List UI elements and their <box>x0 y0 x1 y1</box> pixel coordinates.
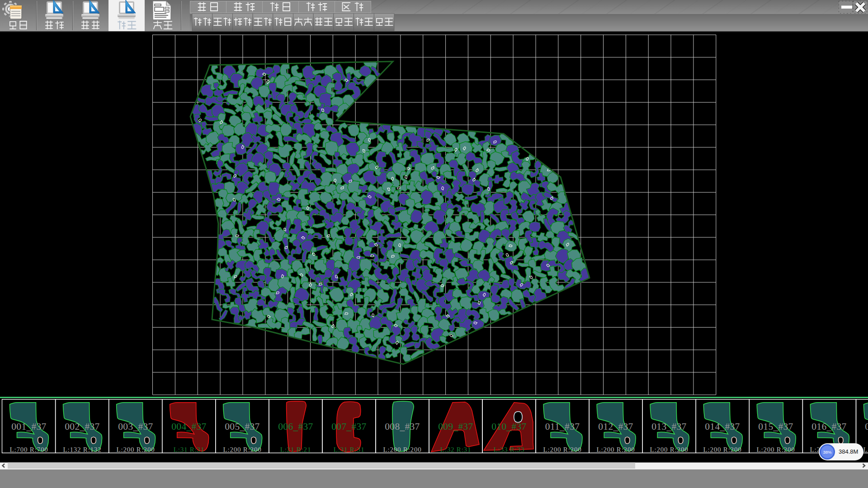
svg-text:010_#37: 010_#37 <box>491 421 526 432</box>
svg-text:L:200 R:200: L:200 R:200 <box>650 446 688 453</box>
svg-text:L:31 R:31: L:31 R:31 <box>174 446 204 453</box>
svg-text:002_#37: 002_#37 <box>65 421 99 432</box>
svg-text:L:32 R:31: L:32 R:31 <box>440 446 471 453</box>
svg-text:001_#37: 001_#37 <box>11 421 46 432</box>
svg-text:L:21 R:21: L:21 R:21 <box>280 446 311 453</box>
svg-text:L:200 R:200: L:200 R:200 <box>703 446 741 453</box>
svg-text:L:200 R:200: L:200 R:200 <box>756 446 795 453</box>
svg-text:011_#37: 011_#37 <box>545 421 580 432</box>
svg-text:L:700 R:700: L:700 R:700 <box>9 446 48 453</box>
svg-text:008_#37: 008_#37 <box>385 421 420 432</box>
svg-text:L:200 R:200: L:200 R:200 <box>116 446 155 453</box>
svg-text:014_#37: 014_#37 <box>705 421 740 432</box>
svg-text:007_#37: 007_#37 <box>331 421 366 432</box>
svg-text:016_#37: 016_#37 <box>811 421 846 432</box>
svg-text:006_#37: 006_#37 <box>278 421 313 432</box>
svg-text:L:31 R:31: L:31 R:31 <box>334 446 364 453</box>
svg-text:012_#37: 012_#37 <box>598 421 633 432</box>
svg-text:005_#37: 005_#37 <box>225 421 259 432</box>
svg-text:009_#37: 009_#37 <box>438 421 473 432</box>
svg-text:017_#37: 017_#37 <box>865 421 868 432</box>
svg-text:004_#37: 004_#37 <box>171 421 206 432</box>
svg-text:L:200 R:200: L:200 R:200 <box>223 446 261 453</box>
svg-text:L:200 R:200: L:200 R:200 <box>863 446 868 453</box>
svg-text:015_#37: 015_#37 <box>758 421 793 432</box>
svg-text:L:33 R:33: L:33 R:33 <box>494 446 524 453</box>
svg-text:L:132 R:132: L:132 R:132 <box>63 446 101 453</box>
svg-text:L:200 R:200: L:200 R:200 <box>596 446 635 453</box>
svg-text:013_#37: 013_#37 <box>651 421 686 432</box>
svg-text:L:200 R:200: L:200 R:200 <box>383 446 421 453</box>
svg-text:L:200 R:200: L:200 R:200 <box>543 446 581 453</box>
svg-text:003_#37: 003_#37 <box>118 421 153 432</box>
